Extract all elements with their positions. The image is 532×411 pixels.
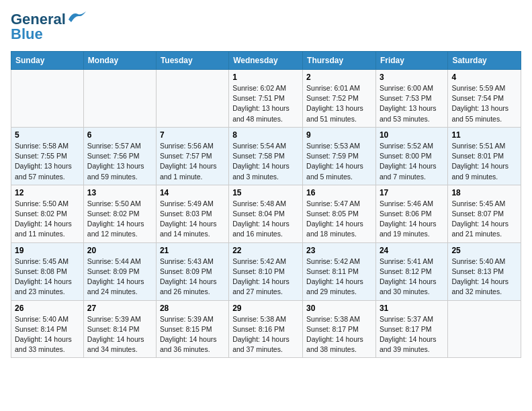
day-number: 27 (87, 304, 152, 313)
calendar-cell: 24Sunrise: 5:41 AMSunset: 8:12 PMDayligh… (375, 242, 447, 300)
calendar-cell: 11Sunrise: 5:51 AMSunset: 8:01 PMDayligh… (448, 127, 521, 185)
day-number: 23 (306, 246, 372, 255)
day-number: 12 (15, 188, 80, 197)
calendar-cell: 4Sunrise: 5:59 AMSunset: 7:54 PMDaylight… (448, 70, 521, 128)
day-info: Sunrise: 5:49 AMSunset: 8:03 PMDaylight:… (160, 199, 225, 240)
calendar-cell: 31Sunrise: 5:37 AMSunset: 8:17 PMDayligh… (375, 300, 447, 358)
calendar-cell: 15Sunrise: 5:48 AMSunset: 8:04 PMDayligh… (229, 185, 303, 242)
page-header: General Blue (11, 11, 521, 43)
header-saturday: Saturday (448, 52, 521, 70)
day-number: 17 (380, 188, 444, 197)
day-info: Sunrise: 5:57 AMSunset: 7:56 PMDaylight:… (87, 141, 152, 182)
calendar-cell: 18Sunrise: 5:45 AMSunset: 8:07 PMDayligh… (448, 185, 521, 242)
day-info: Sunrise: 5:39 AMSunset: 8:14 PMDaylight:… (87, 314, 152, 355)
day-info: Sunrise: 5:42 AMSunset: 8:11 PMDaylight:… (306, 257, 372, 298)
day-info: Sunrise: 6:01 AMSunset: 7:52 PMDaylight:… (306, 83, 372, 124)
calendar-table: SundayMondayTuesdayWednesdayThursdayFrid… (11, 51, 521, 358)
day-number: 4 (451, 73, 517, 82)
calendar-cell: 22Sunrise: 5:42 AMSunset: 8:10 PMDayligh… (229, 242, 303, 300)
calendar-cell: 16Sunrise: 5:47 AMSunset: 8:05 PMDayligh… (303, 185, 376, 242)
day-number: 19 (15, 246, 80, 255)
day-number: 13 (87, 188, 152, 197)
day-info: Sunrise: 5:48 AMSunset: 8:04 PMDaylight:… (232, 199, 299, 240)
calendar-cell: 25Sunrise: 5:40 AMSunset: 8:13 PMDayligh… (448, 242, 521, 300)
day-info: Sunrise: 5:58 AMSunset: 7:55 PMDaylight:… (15, 141, 80, 182)
day-number: 26 (15, 304, 80, 313)
week-row-4: 19Sunrise: 5:45 AMSunset: 8:08 PMDayligh… (11, 242, 521, 300)
day-number: 9 (306, 130, 372, 140)
header-monday: Monday (83, 52, 156, 70)
day-info: Sunrise: 5:56 AMSunset: 7:57 PMDaylight:… (160, 141, 225, 182)
calendar-cell: 6Sunrise: 5:57 AMSunset: 7:56 PMDaylight… (83, 127, 156, 185)
day-number: 28 (160, 304, 225, 313)
calendar-cell (448, 300, 521, 358)
day-info: Sunrise: 5:50 AMSunset: 8:02 PMDaylight:… (87, 199, 152, 240)
day-number: 31 (380, 304, 444, 313)
day-number: 8 (232, 130, 299, 140)
day-number: 22 (232, 246, 299, 255)
day-number: 7 (160, 130, 225, 140)
day-info: Sunrise: 5:38 AMSunset: 8:17 PMDaylight:… (306, 314, 372, 355)
week-row-5: 26Sunrise: 5:40 AMSunset: 8:14 PMDayligh… (11, 300, 521, 358)
calendar-cell: 7Sunrise: 5:56 AMSunset: 7:57 PMDaylight… (156, 127, 228, 185)
day-info: Sunrise: 6:00 AMSunset: 7:53 PMDaylight:… (380, 83, 444, 124)
week-row-2: 5Sunrise: 5:58 AMSunset: 7:55 PMDaylight… (11, 127, 521, 185)
day-info: Sunrise: 5:50 AMSunset: 8:02 PMDaylight:… (15, 199, 80, 240)
logo-blue: Blue (11, 26, 43, 43)
day-info: Sunrise: 5:42 AMSunset: 8:10 PMDaylight:… (232, 257, 299, 298)
calendar-cell: 10Sunrise: 5:52 AMSunset: 8:00 PMDayligh… (375, 127, 447, 185)
calendar-cell: 5Sunrise: 5:58 AMSunset: 7:55 PMDaylight… (11, 127, 84, 185)
header-thursday: Thursday (303, 52, 376, 70)
day-info: Sunrise: 5:40 AMSunset: 8:13 PMDaylight:… (451, 257, 517, 298)
day-number: 14 (160, 188, 225, 197)
calendar-cell (11, 70, 84, 128)
calendar-cell: 14Sunrise: 5:49 AMSunset: 8:03 PMDayligh… (156, 185, 228, 242)
day-info: Sunrise: 5:52 AMSunset: 8:00 PMDaylight:… (380, 141, 444, 182)
day-number: 20 (87, 246, 152, 255)
day-number: 15 (232, 188, 299, 197)
day-info: Sunrise: 5:51 AMSunset: 8:01 PMDaylight:… (451, 141, 517, 182)
day-number: 25 (451, 246, 517, 255)
day-info: Sunrise: 5:39 AMSunset: 8:15 PMDaylight:… (160, 314, 225, 355)
calendar-header: SundayMondayTuesdayWednesdayThursdayFrid… (11, 52, 521, 70)
day-number: 16 (306, 188, 372, 197)
calendar-cell: 3Sunrise: 6:00 AMSunset: 7:53 PMDaylight… (375, 70, 447, 128)
day-number: 24 (380, 246, 444, 255)
logo: General Blue (11, 11, 86, 43)
calendar-cell: 26Sunrise: 5:40 AMSunset: 8:14 PMDayligh… (11, 300, 84, 358)
calendar-cell (156, 70, 228, 128)
day-number: 11 (451, 130, 517, 140)
logo-bird-icon (67, 10, 86, 25)
day-info: Sunrise: 5:43 AMSunset: 8:09 PMDaylight:… (160, 257, 225, 298)
day-info: Sunrise: 5:37 AMSunset: 8:17 PMDaylight:… (380, 314, 444, 355)
calendar-cell: 21Sunrise: 5:43 AMSunset: 8:09 PMDayligh… (156, 242, 228, 300)
header-friday: Friday (375, 52, 447, 70)
day-number: 30 (306, 304, 372, 313)
day-info: Sunrise: 5:53 AMSunset: 7:59 PMDaylight:… (306, 141, 372, 182)
day-number: 29 (232, 304, 299, 313)
day-number: 3 (380, 73, 444, 82)
calendar-cell: 29Sunrise: 5:38 AMSunset: 8:16 PMDayligh… (229, 300, 303, 358)
calendar-cell: 13Sunrise: 5:50 AMSunset: 8:02 PMDayligh… (83, 185, 156, 242)
calendar-cell: 23Sunrise: 5:42 AMSunset: 8:11 PMDayligh… (303, 242, 376, 300)
calendar-cell: 17Sunrise: 5:46 AMSunset: 8:06 PMDayligh… (375, 185, 447, 242)
day-number: 10 (380, 130, 444, 140)
calendar-cell: 30Sunrise: 5:38 AMSunset: 8:17 PMDayligh… (303, 300, 376, 358)
header-tuesday: Tuesday (156, 52, 228, 70)
day-info: Sunrise: 5:47 AMSunset: 8:05 PMDaylight:… (306, 199, 372, 240)
day-info: Sunrise: 5:40 AMSunset: 8:14 PMDaylight:… (15, 314, 80, 355)
day-info: Sunrise: 5:38 AMSunset: 8:16 PMDaylight:… (232, 314, 299, 355)
calendar-cell: 19Sunrise: 5:45 AMSunset: 8:08 PMDayligh… (11, 242, 84, 300)
calendar-cell: 2Sunrise: 6:01 AMSunset: 7:52 PMDaylight… (303, 70, 376, 128)
calendar-cell: 12Sunrise: 5:50 AMSunset: 8:02 PMDayligh… (11, 185, 84, 242)
day-number: 21 (160, 246, 225, 255)
day-info: Sunrise: 6:02 AMSunset: 7:51 PMDaylight:… (232, 83, 299, 124)
day-info: Sunrise: 5:45 AMSunset: 8:07 PMDaylight:… (451, 199, 517, 240)
calendar-cell: 8Sunrise: 5:54 AMSunset: 7:58 PMDaylight… (229, 127, 303, 185)
day-number: 6 (87, 130, 152, 140)
week-row-1: 1Sunrise: 6:02 AMSunset: 7:51 PMDaylight… (11, 70, 521, 128)
day-info: Sunrise: 5:44 AMSunset: 8:09 PMDaylight:… (87, 257, 152, 298)
day-info: Sunrise: 5:54 AMSunset: 7:58 PMDaylight:… (232, 141, 299, 182)
day-number: 18 (451, 188, 517, 197)
week-row-3: 12Sunrise: 5:50 AMSunset: 8:02 PMDayligh… (11, 185, 521, 242)
